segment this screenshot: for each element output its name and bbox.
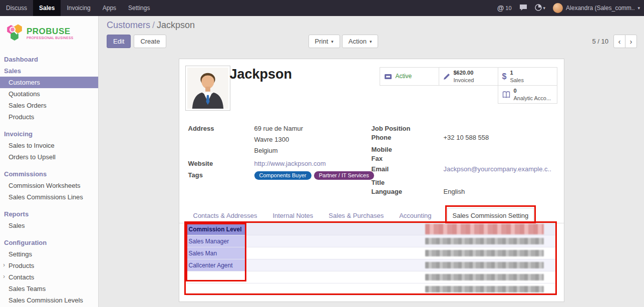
create-button[interactable]: Create [134, 35, 166, 48]
tab-sales-purchases[interactable]: Sales & Purchases [329, 208, 384, 223]
pager-previous-button[interactable]: ‹ [613, 35, 625, 48]
sidebar-item-commission-worksheets[interactable]: Commission Worksheets [0, 180, 98, 191]
caret-down-icon: ▾ [331, 39, 334, 44]
probuse-logo-icon [6, 24, 23, 43]
action-buttons: Print ▾ Action ▾ [308, 35, 379, 48]
row-redacted-area [245, 235, 557, 247]
table-row-sales-man[interactable]: Sales Man [186, 247, 557, 259]
action-dropdown-button[interactable]: Action ▾ [342, 35, 379, 48]
sidebar-section-sales[interactable]: Sales [0, 65, 98, 77]
edit-button[interactable]: Edit [107, 35, 131, 48]
sidebar-item-reports-sales[interactable]: Sales [0, 220, 98, 231]
cell-commission-level: Sales Man [186, 247, 245, 259]
tab-internal-notes[interactable]: Internal Notes [272, 208, 313, 223]
sidebar-item-sales-commission-levels[interactable]: Sales Commission Levels [0, 294, 98, 306]
user-avatar [553, 3, 563, 13]
sales-stat-button[interactable]: $ 1 Sales [498, 67, 557, 86]
print-dropdown-button[interactable]: Print ▾ [308, 35, 340, 48]
breadcrumb-customers-link[interactable]: Customers [107, 20, 150, 30]
analytic-accounts-stat-button[interactable]: 0 Analytic Acco... [498, 85, 557, 104]
tab-accounting[interactable]: Accounting [399, 208, 431, 223]
app-sidebar: PROBUSE PROFESSIONAL BUSINESS Dashboard … [0, 16, 99, 307]
address-line: Belgium [254, 147, 303, 154]
sidebar-section-invoicing[interactable]: Invoicing [0, 128, 98, 140]
sidebar-section-dashboard[interactable]: Dashboard [0, 54, 98, 65]
sidebar-section-commissions[interactable]: Commissions [0, 168, 98, 180]
sidebar-item-label: Contacts [9, 273, 34, 281]
menu-invoicing[interactable]: Invoicing [61, 0, 96, 16]
sidebar-item-config-contacts[interactable]: › Contacts [0, 271, 98, 283]
sidebar-item-products[interactable]: Products [0, 111, 98, 123]
tag-partner-it-services: Partner / IT Services [314, 171, 374, 180]
pager-next-button[interactable]: › [625, 35, 637, 48]
pager: 5 / 10 ‹ › [592, 35, 637, 48]
sidebar-item-sales-to-invoice[interactable]: Sales to Invoice [0, 140, 98, 151]
row-redacted-area [245, 259, 557, 271]
sidebar-section-reports[interactable]: Reports [0, 208, 98, 220]
sidebar-item-sales-commissions-lines[interactable]: Sales Commissions Lines [0, 191, 98, 203]
tab-contacts-addresses[interactable]: Contacts & Addresses [193, 208, 257, 223]
redacted-block [425, 274, 544, 280]
planner-pie-icon [535, 4, 542, 13]
planner-button[interactable]: ▾ [535, 0, 546, 16]
sidebar-item-label: Products [9, 262, 34, 269]
probuse-logo: PROBUSE PROFESSIONAL BUSINESS [0, 16, 98, 54]
invoiced-stat-button[interactable]: $620.00 Invoiced [439, 67, 498, 86]
job-position-label: Job Position [372, 125, 444, 133]
table-row-callcenter-agent[interactable]: Callcenter Agent [186, 259, 557, 271]
menu-sales[interactable]: Sales [33, 0, 61, 16]
pager-value: 5 / 10 [592, 38, 608, 45]
sidebar-item-sales-orders[interactable]: Sales Orders [0, 100, 98, 111]
logo-subtitle: PROFESSIONAL BUSINESS [27, 36, 73, 40]
topbar-systray: @ 10 ▾ Alexandra (Sales_comm.. ▾ [497, 0, 644, 16]
active-stat-label: Active [396, 73, 412, 81]
analytic-stat-label: Analytic Acco... [514, 95, 551, 102]
sidebar-item-customers[interactable]: Customers [0, 77, 98, 88]
sidebar-item-config-products[interactable]: › Products [0, 260, 98, 271]
sidebar-item-quotations[interactable]: Quotations [0, 88, 98, 100]
user-name: Alexandra (Sales_comm.. [566, 5, 634, 12]
active-stat-button[interactable]: Active [380, 67, 439, 86]
sidebar-section-configuration[interactable]: Configuration [0, 237, 98, 248]
form-sheet: Jackpson Active $620.00 Invoiced [179, 59, 564, 302]
cell-empty [186, 283, 245, 295]
menu-settings[interactable]: Settings [122, 0, 156, 16]
sidebar-item-sales-teams[interactable]: Sales Teams [0, 283, 98, 294]
customer-photo [185, 66, 230, 111]
address-label: Address [188, 125, 254, 158]
mentions-button[interactable]: @ 10 [497, 0, 512, 16]
redacted-block [425, 224, 544, 234]
redacted-block [425, 286, 544, 292]
cell-commission-level: Sales Manager [186, 235, 245, 247]
caret-down-icon: ▾ [637, 6, 640, 11]
pencil-icon [443, 73, 450, 80]
record-buttons: Edit Create [107, 35, 166, 48]
menu-discuss[interactable]: Discuss [0, 0, 33, 16]
caret-down-icon: ▾ [370, 39, 372, 44]
stat-button-box: Active $620.00 Invoiced $ 1 Sales [379, 67, 557, 103]
table-header-row: Commission Level [186, 223, 557, 235]
table-row-sales-manager[interactable]: Sales Manager [186, 235, 557, 247]
email-link[interactable]: Jackpson@yourcompany.example.c.. [444, 165, 551, 173]
row-redacted-area [245, 283, 557, 295]
language-label: Language [372, 188, 444, 196]
tag-components-buyer: Components Buyer [254, 171, 311, 180]
logo-title: PROBUSE [27, 27, 73, 36]
language-value: English [444, 188, 465, 196]
address-value: 69 rue de Namur Wavre 1300 Belgium [254, 125, 303, 158]
right-field-group: Job Position Phone+32 10 588 558 Mobile … [372, 125, 558, 197]
messages-button[interactable] [519, 0, 527, 16]
sidebar-item-orders-to-upsell[interactable]: Orders to Upsell [0, 151, 98, 163]
mention-at-icon: @ [497, 4, 504, 12]
invoiced-stat-label: Invoiced [454, 77, 474, 84]
sidebar-item-settings[interactable]: Settings [0, 248, 98, 260]
table-row-empty [186, 283, 557, 295]
tab-sales-commission-setting[interactable]: Sales Commission Setting [447, 208, 534, 223]
fax-label: Fax [372, 155, 444, 163]
website-link[interactable]: http://www.jackpson.com [254, 160, 326, 167]
menu-apps[interactable]: Apps [97, 0, 122, 16]
main-content: Customers/Jackpson Edit Create Print ▾ A… [99, 16, 644, 307]
user-menu[interactable]: Alexandra (Sales_comm.. ▾ [553, 3, 640, 13]
tags-label: Tags [188, 171, 254, 180]
tag-list: Components Buyer Partner / IT Services [254, 171, 374, 180]
